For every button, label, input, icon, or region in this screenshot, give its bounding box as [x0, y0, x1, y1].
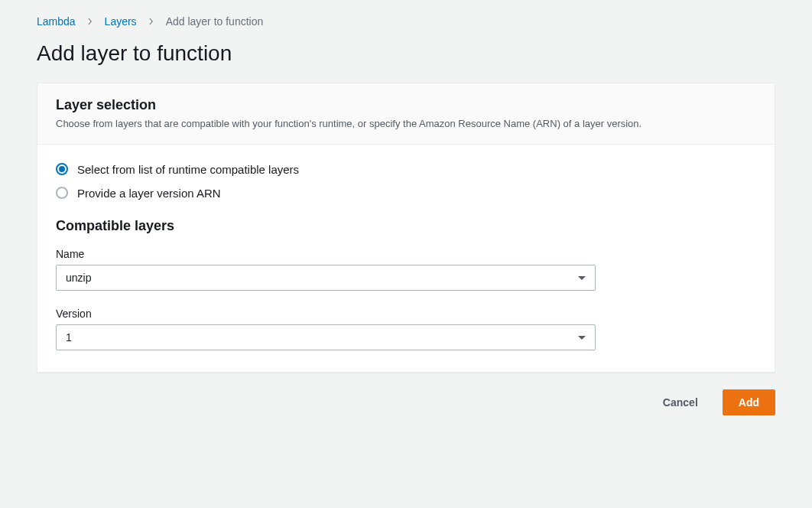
layer-selection-panel: Layer selection Choose from layers that …: [37, 83, 775, 373]
name-select-value: unzip: [66, 272, 91, 284]
name-label: Name: [56, 248, 596, 260]
page-title: Add layer to function: [37, 41, 775, 66]
layer-source-radio-group: Select from list of runtime compatible l…: [56, 163, 756, 200]
radio-option-compatible[interactable]: Select from list of runtime compatible l…: [56, 163, 756, 176]
radio-option-arn[interactable]: Provide a layer version ARN: [56, 187, 756, 200]
version-select-value: 1: [66, 331, 72, 344]
breadcrumb-current: Add layer to function: [166, 15, 264, 28]
radio-icon: [56, 187, 68, 199]
panel-body: Select from list of runtime compatible l…: [37, 145, 775, 372]
panel-title: Layer selection: [56, 97, 756, 113]
radio-icon: [56, 163, 68, 175]
panel-header: Layer selection Choose from layers that …: [37, 83, 775, 145]
name-field: Name unzip: [56, 248, 596, 291]
breadcrumb-link-layers[interactable]: Layers: [105, 15, 137, 28]
chevron-right-icon: [148, 18, 155, 25]
radio-label: Provide a layer version ARN: [77, 187, 221, 200]
compatible-layers-heading: Compatible layers: [56, 218, 756, 234]
version-field: Version 1: [56, 308, 596, 350]
footer-actions: Cancel Add: [37, 389, 775, 415]
breadcrumb-link-lambda[interactable]: Lambda: [37, 15, 76, 28]
add-button[interactable]: Add: [723, 389, 775, 415]
version-label: Version: [56, 308, 596, 320]
name-select[interactable]: unzip: [56, 265, 596, 291]
panel-description: Choose from layers that are compatible w…: [56, 116, 756, 132]
cancel-button[interactable]: Cancel: [648, 389, 713, 415]
version-select-wrap: 1: [56, 324, 596, 350]
radio-label: Select from list of runtime compatible l…: [77, 163, 299, 176]
version-select[interactable]: 1: [56, 324, 596, 350]
breadcrumb: Lambda Layers Add layer to function: [37, 15, 775, 28]
chevron-right-icon: [86, 18, 94, 25]
page-root: Lambda Layers Add layer to function Add …: [0, 0, 812, 434]
name-select-wrap: unzip: [56, 265, 596, 291]
